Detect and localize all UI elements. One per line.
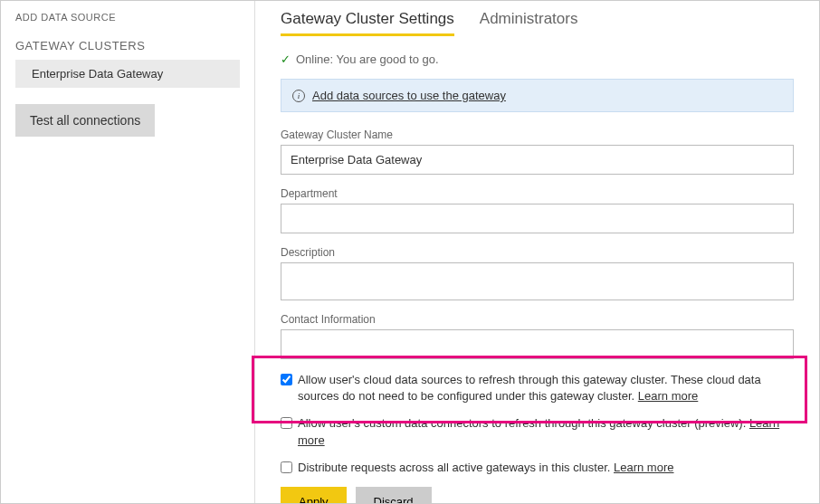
apply-button[interactable]: Apply — [281, 487, 347, 503]
sidebar: ADD DATA SOURCE GATEWAY CLUSTERS Enterpr… — [1, 1, 254, 503]
info-icon: i — [292, 90, 305, 102]
cluster-name-input[interactable] — [281, 145, 794, 175]
allow-custom-connectors-label: Allow user's custom data connectors to r… — [298, 415, 794, 448]
description-input[interactable] — [281, 262, 794, 300]
discard-button[interactable]: Discard — [356, 487, 432, 503]
main-panel: Gateway Cluster Settings Administrators … — [255, 1, 819, 503]
tab-administrators[interactable]: Administrators — [480, 10, 578, 36]
add-data-source-title: ADD DATA SOURCE — [15, 12, 240, 23]
distribute-requests-checkbox[interactable] — [281, 461, 292, 473]
status-row: ✓ Online: You are good to go. — [281, 52, 794, 66]
distribute-requests-row: Distribute requests across all active ga… — [281, 460, 794, 476]
info-banner: i Add data sources to use the gateway — [281, 79, 794, 112]
department-input[interactable] — [281, 204, 794, 233]
allow-cloud-refresh-checkbox[interactable] — [281, 374, 292, 385]
distribute-requests-label: Distribute requests across all active ga… — [298, 460, 794, 476]
learn-more-link-distribute[interactable]: Learn more — [614, 461, 673, 474]
sidebar-item-enterprise-gateway[interactable]: Enterprise Data Gateway — [15, 60, 240, 88]
allow-custom-connectors-checkbox[interactable] — [281, 417, 292, 429]
tab-bar: Gateway Cluster Settings Administrators — [281, 10, 794, 36]
department-label: Department — [281, 187, 794, 200]
checkmark-icon: ✓ — [281, 52, 291, 66]
allow-cloud-refresh-label: Allow user's cloud data sources to refre… — [298, 372, 794, 404]
allow-cloud-refresh-row: Allow user's cloud data sources to refre… — [281, 372, 794, 404]
add-data-sources-link[interactable]: Add data sources to use the gateway — [312, 89, 506, 102]
test-all-connections-button[interactable]: Test all connections — [15, 104, 155, 137]
status-text: Online: You are good to go. — [296, 52, 439, 66]
learn-more-link-cloud[interactable]: Learn more — [638, 389, 698, 403]
action-buttons: Apply Discard — [281, 487, 794, 503]
allow-custom-connectors-row: Allow user's custom data connectors to r… — [281, 415, 794, 448]
contact-label: Contact Information — [281, 313, 794, 326]
tab-gateway-cluster-settings[interactable]: Gateway Cluster Settings — [281, 10, 454, 36]
gateway-clusters-heading: GATEWAY CLUSTERS — [15, 39, 240, 52]
description-label: Description — [281, 246, 794, 259]
contact-input[interactable] — [281, 329, 794, 359]
cluster-name-label: Gateway Cluster Name — [281, 128, 794, 141]
